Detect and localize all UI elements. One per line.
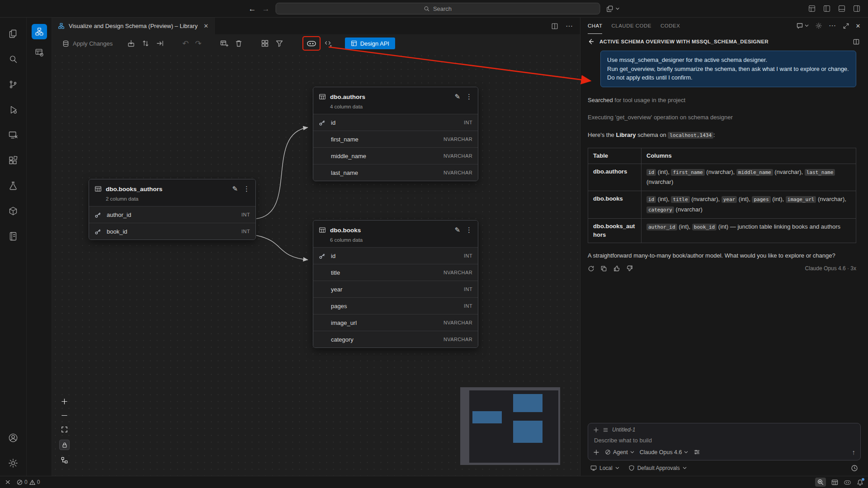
column-row[interactable]: yearINT (313, 281, 478, 297)
column-row[interactable]: image_urlNVARCHAR (313, 314, 478, 331)
minimap[interactable] (460, 387, 560, 465)
table-status-icon[interactable] (831, 479, 838, 486)
table-card-books-authors[interactable]: dbo.books_authors✎⋮2 column dataauthor_i… (89, 179, 256, 240)
copy-icon[interactable] (600, 265, 607, 272)
tab-chat[interactable]: CHAT (588, 18, 602, 34)
edit-table-icon[interactable]: ✎ (454, 93, 460, 101)
copilot-icon[interactable] (307, 39, 316, 48)
fit-to-screen-button[interactable] (61, 426, 68, 433)
back-icon[interactable]: ← (249, 5, 256, 13)
explorer-icon[interactable] (0, 21, 26, 47)
zoom-status-icon[interactable] (815, 478, 826, 487)
delete-table-icon[interactable] (235, 39, 243, 47)
maximize-panel-icon[interactable] (843, 23, 849, 29)
send-button[interactable]: ↑ (852, 448, 856, 456)
remote-indicator[interactable] (5, 479, 11, 485)
thumbs-up-icon[interactable] (613, 265, 620, 272)
table-designer-icon[interactable] (32, 45, 47, 60)
code-sparkle-icon[interactable] (324, 39, 332, 47)
open-in-editor-icon[interactable] (156, 39, 164, 47)
problems-indicator[interactable]: 0 0 (17, 479, 40, 485)
table-card-authors[interactable]: dbo.authors✎⋮4 column dataidINTfirst_nam… (313, 87, 478, 181)
notifications-bell-icon[interactable] (857, 479, 863, 486)
chat-settings-gear-icon[interactable] (815, 22, 822, 29)
search-input[interactable]: Search (276, 3, 600, 14)
environment-dropdown[interactable]: Local (590, 465, 619, 471)
edit-table-icon[interactable]: ✎ (232, 185, 238, 193)
close-panel-icon[interactable]: ✕ (856, 23, 861, 29)
toggle-panel-icon[interactable] (838, 5, 846, 13)
redo-icon[interactable]: ↷ (195, 40, 201, 47)
table-menu-icon[interactable]: ⋮ (466, 93, 472, 101)
back-icon[interactable] (587, 38, 594, 45)
edit-table-icon[interactable]: ✎ (454, 226, 460, 234)
approvals-dropdown[interactable]: Default Approvals (628, 465, 687, 471)
column-row[interactable]: book_idINT (89, 223, 255, 239)
run-debug-icon[interactable] (0, 97, 26, 122)
tab-close-icon[interactable]: ✕ (203, 23, 208, 29)
column-row[interactable]: middle_nameNVARCHAR (313, 147, 478, 164)
table-card-header[interactable]: dbo.authors✎⋮ (313, 87, 478, 104)
session-dropdown[interactable] (606, 5, 620, 13)
lock-toggle-button[interactable] (59, 440, 70, 450)
chat-prompt-input[interactable] (593, 433, 855, 448)
new-chat-dropdown[interactable] (796, 22, 809, 29)
context-file-name[interactable]: Untitled-1 (612, 427, 635, 433)
model-picker-dropdown[interactable]: Claude Opus 4.6 (640, 449, 689, 455)
attach-icon[interactable] (593, 449, 599, 455)
export-image-icon[interactable] (127, 39, 135, 47)
apply-changes-button[interactable]: Apply Changes (62, 40, 113, 47)
zoom-out-button[interactable] (61, 412, 68, 419)
column-row[interactable]: idINT (313, 114, 478, 131)
agent-mode-dropdown[interactable]: Agent (605, 449, 634, 455)
toggle-sidebar-right-icon[interactable] (853, 5, 861, 13)
editor-tab[interactable]: Visualize and Design Schema (Preview) – … (52, 18, 215, 34)
compare-changes-icon[interactable] (142, 39, 150, 47)
filter-icon[interactable] (275, 39, 283, 47)
regenerate-icon[interactable] (588, 265, 594, 272)
notebook-icon[interactable] (0, 224, 26, 249)
column-row[interactable]: titleNVARCHAR (313, 264, 478, 281)
column-row[interactable]: author_idINT (89, 206, 255, 223)
accounts-icon[interactable] (0, 425, 26, 450)
thumbs-down-icon[interactable] (626, 265, 633, 272)
database-projects-icon[interactable] (0, 198, 26, 224)
tab-claude-code[interactable]: CLAUDE CODE (611, 18, 651, 34)
table-card-header[interactable]: dbo.books_authors✎⋮ (89, 179, 255, 196)
table-card-books[interactable]: dbo.books✎⋮6 column dataidINTtitleNVARCH… (313, 220, 478, 348)
remote-explorer-icon[interactable] (0, 122, 26, 148)
column-row[interactable]: first_nameNVARCHAR (313, 131, 478, 147)
tools-settings-icon[interactable] (693, 449, 700, 455)
settings-gear-icon[interactable] (0, 450, 26, 476)
column-row[interactable]: idINT (313, 247, 478, 264)
column-row[interactable]: categoryNVARCHAR (313, 331, 478, 347)
search-view-icon[interactable] (0, 47, 26, 72)
open-chat-side-icon[interactable] (853, 38, 860, 45)
tab-codex[interactable]: CODEX (660, 18, 680, 34)
table-menu-icon[interactable]: ⋮ (466, 226, 472, 234)
undo-icon[interactable]: ↶ (182, 40, 189, 47)
add-context-icon[interactable] (593, 427, 599, 433)
table-card-header[interactable]: dbo.books✎⋮ (313, 221, 478, 237)
auto-arrange-button[interactable] (61, 456, 68, 464)
customize-layout-icon[interactable] (808, 5, 816, 13)
extensions-icon[interactable] (0, 148, 26, 173)
source-control-icon[interactable] (0, 72, 26, 97)
forward-icon[interactable]: → (262, 5, 270, 13)
design-api-button[interactable]: Design API (345, 38, 395, 49)
zoom-in-button[interactable] (61, 398, 68, 405)
table-menu-icon[interactable]: ⋮ (243, 185, 250, 193)
toggle-sidebar-left-icon[interactable] (823, 5, 831, 13)
layout-grid-icon[interactable] (261, 39, 269, 47)
add-table-icon[interactable] (220, 39, 228, 48)
schema-canvas[interactable]: dbo.authors✎⋮4 column dataidINTfirst_nam… (52, 52, 580, 476)
schema-visualizer-icon[interactable] (32, 24, 47, 39)
primary-key-icon (319, 119, 326, 126)
split-editor-icon[interactable] (551, 23, 558, 30)
column-row[interactable]: last_nameNVARCHAR (313, 164, 478, 181)
testing-icon[interactable] (0, 173, 26, 198)
column-row[interactable]: pagesINT (313, 297, 478, 314)
chat-input-box[interactable]: Untitled-1 Agent Claude Opus 4.6 ↑ (588, 423, 861, 460)
session-refresh-icon[interactable] (851, 465, 858, 472)
copilot-status-icon[interactable] (844, 479, 851, 486)
